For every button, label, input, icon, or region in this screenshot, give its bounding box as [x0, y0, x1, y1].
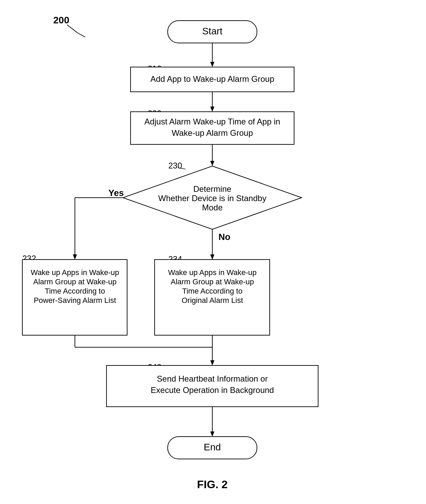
step240-label-1: Send Heartbeat Information or	[157, 374, 268, 383]
step234-label-2: Alarm Group at Wake-up	[171, 277, 254, 286]
svg-marker-25	[210, 431, 214, 437]
no-label: No	[218, 232, 231, 242]
svg-marker-6	[210, 107, 214, 112]
svg-marker-9	[210, 161, 214, 166]
step234-label-1: Wake up Apps in Wake-up	[168, 268, 257, 277]
step230-label-2: Whether Device is in Standby	[158, 194, 267, 203]
step232-label-3: Time According to	[45, 287, 105, 295]
flowchart-diagram: 200 Start 210 Add App to Wake-up Alarm G…	[0, 0, 426, 504]
svg-line-1	[77, 33, 85, 37]
svg-marker-16	[210, 254, 214, 260]
yes-label: Yes	[109, 188, 124, 198]
end-label: End	[204, 442, 221, 452]
svg-line-0	[67, 25, 77, 33]
step232-label-2: Alarm Group at Wake-up	[33, 277, 117, 286]
step220-label-2: Wake-up Alarm Group	[172, 128, 253, 138]
step210-label: Add App to Wake-up Alarm Group	[150, 74, 274, 84]
diagram-number: 200	[53, 15, 69, 25]
step232-label-4: Power-Saving Alarm List	[34, 296, 116, 305]
svg-marker-13	[73, 254, 77, 260]
svg-marker-22	[210, 360, 214, 365]
step240-label-2: Execute Operation in Background	[151, 385, 274, 395]
svg-marker-3	[210, 62, 214, 67]
step232-label-1: Wake up Apps in Wake-up	[31, 268, 119, 277]
step234-label-4: Original Alarm List	[182, 296, 243, 305]
step230-label-1: Determine	[193, 184, 232, 194]
figure-label: FIG. 2	[197, 478, 228, 491]
start-label: Start	[202, 26, 222, 36]
step220-label-1: Adjust Alarm Wake-up Time of App in	[144, 117, 280, 126]
ref-230: 230	[168, 161, 182, 170]
step234-label-3: Time According to	[182, 287, 242, 295]
step230-label-3: Mode	[202, 203, 223, 212]
